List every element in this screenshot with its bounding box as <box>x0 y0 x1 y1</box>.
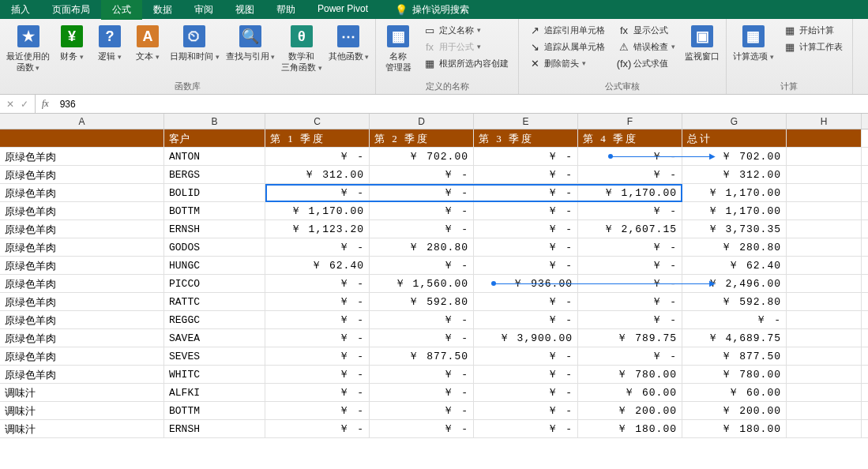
cell[interactable]: 原绿色羊肉 <box>0 275 164 292</box>
cell[interactable]: ￥ 180.00 <box>578 420 682 437</box>
cell[interactable]: 原绿色羊肉 <box>0 148 164 165</box>
evaluate-button[interactable]: (fx)公式求值 <box>613 55 680 71</box>
table-row[interactable]: 调味汁ERNSH￥ -￥ -￥ -￥ 180.00￥ 180.00 <box>0 420 868 438</box>
tab-数据[interactable]: 数据 <box>142 0 183 20</box>
table-row[interactable]: 原绿色羊肉PICCO￥ -￥ 1,560.00￥ 936.00￥ -￥ 2,49… <box>0 275 868 293</box>
lookup-button[interactable]: 🔍查找与引用 <box>224 22 277 64</box>
cell[interactable]: ￥ - <box>474 148 578 165</box>
table-row[interactable]: 原绿色羊肉RATTC￥ -￥ 592.80￥ -￥ -￥ 592.80 <box>0 293 868 311</box>
cell[interactable]: ￥ - <box>265 402 370 419</box>
cell[interactable]: ￥ 200.00 <box>578 402 682 419</box>
more-button[interactable]: ⋯其他函数 <box>327 22 371 64</box>
cell[interactable]: ￥ - <box>370 420 474 437</box>
cell[interactable]: ￥ - <box>370 311 474 328</box>
cell[interactable]: 原绿色羊肉 <box>0 347 164 365</box>
cell[interactable]: 调味汁 <box>0 402 164 419</box>
cell[interactable]: ￥ - <box>578 311 682 328</box>
cell[interactable]: ￥ 62.40 <box>265 257 370 274</box>
cell[interactable]: WHITC <box>164 366 265 383</box>
cell[interactable]: ERNSH <box>164 420 265 437</box>
cell[interactable]: ￥ - <box>578 257 682 274</box>
header-cell[interactable]: 第 4 季度 <box>578 129 682 147</box>
cell[interactable]: ￥ 2,607.15 <box>578 220 682 238</box>
recent-func-button[interactable]: ★最近使用的函数 <box>5 22 51 75</box>
cell[interactable]: ￥ 312.00 <box>682 166 787 183</box>
cell[interactable]: ￥ 936.00 <box>474 275 578 292</box>
cell[interactable]: ANTON <box>164 148 265 165</box>
cell[interactable]: ￥ - <box>578 148 682 165</box>
table-row[interactable]: 原绿色羊肉HUNGC￥ 62.40￥ -￥ -￥ -￥ 62.40 <box>0 257 868 275</box>
cell[interactable] <box>787 347 862 365</box>
cell[interactable]: 原绿色羊肉 <box>0 257 164 274</box>
math-button[interactable]: θ数学和三角函数 <box>280 22 324 75</box>
table-row[interactable]: 原绿色羊肉SEVES￥ -￥ 877.50￥ -￥ -￥ 877.50 <box>0 347 868 366</box>
cell[interactable]: PICCO <box>164 275 265 292</box>
tab-帮助[interactable]: 帮助 <box>265 0 306 20</box>
cell[interactable]: ￥ 62.40 <box>682 257 787 274</box>
cell[interactable]: ￥ - <box>682 311 787 328</box>
cell[interactable]: ￥ 1,560.00 <box>370 275 474 292</box>
table-row[interactable]: 调味汁BOTTM￥ -￥ -￥ -￥ 200.00￥ 200.00 <box>0 402 868 420</box>
cell[interactable]: 原绿色羊肉 <box>0 184 164 201</box>
cell[interactable]: ￥ 877.50 <box>370 347 474 365</box>
cell[interactable]: ￥ - <box>265 293 370 310</box>
table-row[interactable]: 调味汁ALFKI￥ -￥ -￥ -￥ 60.00￥ 60.00 <box>0 384 868 402</box>
table-row[interactable]: 原绿色羊肉BOLID￥ -￥ -￥ -￥ 1,170.00￥ 1,170.00 <box>0 184 868 202</box>
cell[interactable]: ￥ 312.00 <box>265 166 370 183</box>
cell[interactable]: ￥ - <box>265 366 370 383</box>
cell[interactable]: ￥ - <box>474 402 578 419</box>
cell[interactable]: ￥ - <box>474 202 578 219</box>
table-row[interactable]: 原绿色羊肉REGGC￥ -￥ -￥ -￥ -￥ - <box>0 311 868 329</box>
col-header-E[interactable]: E <box>474 114 578 129</box>
cell[interactable]: HUNGC <box>164 257 265 274</box>
cell[interactable]: ￥ 702.00 <box>370 148 474 165</box>
cell[interactable]: SEVES <box>164 347 265 365</box>
cell[interactable]: ￥ - <box>265 311 370 328</box>
header-cell[interactable]: 第 3 季度 <box>474 129 578 147</box>
col-header-B[interactable]: B <box>164 114 265 129</box>
cell[interactable]: ￥ - <box>474 166 578 183</box>
cell[interactable]: BOTTM <box>164 402 265 419</box>
cell[interactable]: ￥ 280.80 <box>682 238 787 256</box>
cell[interactable]: ￥ - <box>578 166 682 183</box>
cell[interactable]: ￥ 280.80 <box>370 238 474 256</box>
cell[interactable]: ￥ - <box>474 238 578 256</box>
cell[interactable]: ￥ - <box>578 347 682 365</box>
cell[interactable]: ￥ - <box>370 366 474 383</box>
table-row[interactable]: 原绿色羊肉WHITC￥ -￥ -￥ -￥ 780.00￥ 780.00 <box>0 366 868 384</box>
cell[interactable] <box>787 202 862 219</box>
cell[interactable] <box>787 384 862 401</box>
tab-页面布局[interactable]: 页面布局 <box>41 0 101 20</box>
remove-arrows-button[interactable]: ✕删除箭头 <box>524 55 610 71</box>
tab-公式[interactable]: 公式 <box>101 0 142 20</box>
cell[interactable]: ￥ - <box>578 202 682 219</box>
cell[interactable]: ￥ 3,730.35 <box>682 220 787 238</box>
col-header-D[interactable]: D <box>370 114 474 129</box>
cell[interactable]: ￥ - <box>474 293 578 310</box>
name-manager-button[interactable]: ▦名称管理器 <box>381 22 415 74</box>
col-header-F[interactable]: F <box>578 114 682 129</box>
cell[interactable]: ￥ - <box>370 220 474 238</box>
cell[interactable] <box>787 148 862 165</box>
cell[interactable]: ￥ 780.00 <box>578 366 682 383</box>
table-row[interactable]: 原绿色羊肉ERNSH￥ 1,123.20￥ -￥ -￥ 2,607.15￥ 3,… <box>0 220 868 238</box>
cell[interactable] <box>787 366 862 383</box>
cell[interactable]: ￥ - <box>370 402 474 419</box>
trace-precedents-button[interactable]: ↗追踪引用单元格 <box>524 22 610 38</box>
tab-视图[interactable]: 视图 <box>224 0 265 20</box>
cell[interactable]: ￥ - <box>474 220 578 238</box>
text-button[interactable]: A文本 <box>130 22 165 64</box>
cell[interactable]: ￥ - <box>474 384 578 401</box>
cell[interactable]: ￥ 1,170.00 <box>682 202 787 219</box>
cell[interactable]: ￥ - <box>265 420 370 437</box>
header-cell[interactable]: 第 1 季度 <box>265 129 370 147</box>
cell[interactable]: ￥ - <box>265 184 370 201</box>
show-formulas-button[interactable]: fx显示公式 <box>613 22 680 38</box>
col-header-H[interactable]: H <box>787 114 862 129</box>
col-header-G[interactable]: G <box>682 114 787 129</box>
cell[interactable]: 原绿色羊肉 <box>0 166 164 183</box>
cell[interactable]: BOTTM <box>164 202 265 219</box>
cell[interactable]: ￥ 200.00 <box>682 402 787 419</box>
table-row[interactable]: 原绿色羊肉GODOS￥ -￥ 280.80￥ -￥ -￥ 280.80 <box>0 238 868 257</box>
cell[interactable] <box>787 257 862 274</box>
